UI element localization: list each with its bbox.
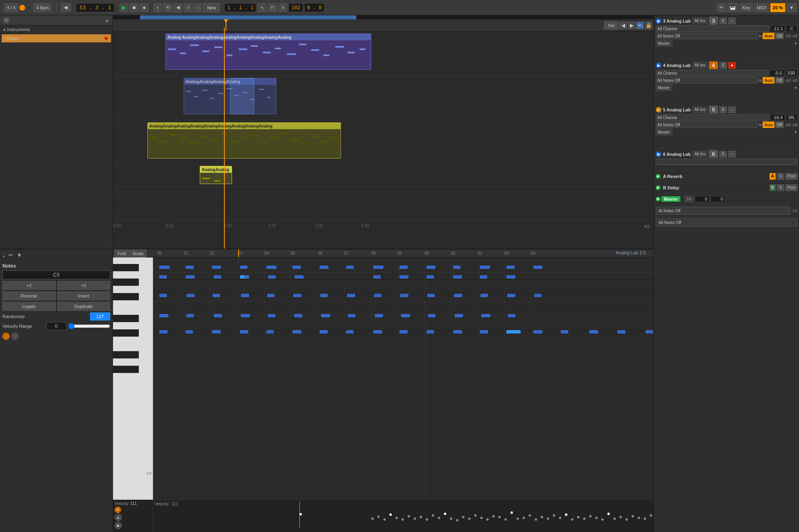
arrangement-scrollbar[interactable] [113, 15, 654, 19]
th-allins-3[interactable]: All Ins [692, 107, 707, 113]
pr-note-c3-13[interactable] [480, 330, 488, 333]
pr-note-140-13[interactable] [481, 314, 490, 317]
pr-note-8[interactable] [346, 266, 353, 269]
pr-note-140-6[interactable] [294, 314, 302, 317]
th-master-val2[interactable]: 0 [711, 196, 725, 202]
th-circle-2[interactable]: ▶ [656, 63, 661, 68]
pr-note-c3-4[interactable] [240, 330, 248, 333]
th-auto-2[interactable]: Auto [763, 77, 774, 84]
th-db-1[interactable]: -11.1 [770, 25, 785, 32]
x2-btn[interactable]: ×2 [57, 281, 111, 290]
th-db-2[interactable]: -0.5 [770, 70, 784, 76]
set-nav-left[interactable]: ◀ [619, 22, 627, 29]
th-allins-1[interactable]: All Ins [692, 18, 707, 24]
pr-note-mid-3[interactable] [213, 294, 220, 297]
tool-circle-btn[interactable]: ○ [194, 3, 203, 12]
pr-note-r2-7[interactable] [373, 275, 381, 279]
th-pan-2[interactable]: 33R [785, 70, 797, 76]
pr-note-r2-2[interactable] [186, 275, 195, 279]
th-off-1[interactable]: Off [775, 33, 784, 39]
loop-mode-btn[interactable]: 4 Bars [33, 3, 52, 12]
pr-note-c3-3[interactable] [212, 330, 221, 333]
th-master-val1[interactable]: 0 [695, 196, 709, 202]
pr-note-r2-12[interactable] [506, 275, 515, 279]
pr-note-c3-10[interactable] [400, 330, 408, 333]
th-circle-delay[interactable]: ▶ [656, 185, 661, 190]
note-icon[interactable]: ♩ [2, 252, 5, 258]
th-s-delay[interactable]: S [777, 184, 784, 191]
pr-note-c3-6[interactable] [293, 330, 301, 333]
th-a-btn[interactable]: A [770, 173, 776, 180]
pr-note-4[interactable] [240, 266, 247, 269]
circle-orange-btn[interactable]: ↓ [2, 333, 10, 340]
pr-note-140-3[interactable] [214, 314, 222, 317]
pr-note-140-12[interactable] [455, 314, 463, 317]
play-btn[interactable]: ▶ [119, 3, 128, 12]
th-s-2[interactable]: S [720, 62, 727, 69]
pr-note-140-9[interactable] [375, 314, 383, 317]
set-nav-right[interactable]: ▶ [628, 22, 635, 29]
pr-note-12[interactable] [453, 266, 460, 269]
pr-note-140-2[interactable] [186, 314, 194, 317]
th-plus-1[interactable]: + [794, 40, 797, 46]
pr-note-140-5[interactable] [268, 314, 275, 317]
new-button[interactable]: New [203, 3, 220, 12]
pr-note-140-4[interactable] [241, 314, 250, 317]
pr-note-c3-bright[interactable] [506, 330, 521, 333]
th-allins-4[interactable]: All Ins [692, 151, 707, 157]
pencil-icon[interactable]: ✏ [8, 252, 13, 258]
pr-note-mid-15[interactable] [534, 294, 542, 297]
pr-note-c3-12[interactable] [453, 330, 462, 333]
scale-btn[interactable]: Scale [130, 249, 146, 258]
th-master-fraction[interactable]: 1/2 [684, 196, 694, 202]
pr-note-mid-7[interactable] [320, 294, 328, 297]
pr-note-r2-8[interactable] [400, 275, 408, 279]
set-pencil-btn[interactable]: ✏ [636, 22, 644, 29]
tool-loop-btn[interactable]: ⟲ [163, 3, 172, 12]
th-plus-2[interactable]: + [794, 84, 797, 91]
pr-note-140-8[interactable] [348, 314, 355, 317]
pr-note-bright-1[interactable] [240, 275, 244, 279]
pr-note-c3-1[interactable] [159, 330, 167, 333]
pr-note-r2-11[interactable] [480, 275, 487, 279]
set-lock-btn[interactable]: 🔒 [645, 22, 652, 29]
close-btn[interactable]: × [3, 17, 10, 23]
vel-circle-play[interactable]: ▶ [115, 522, 122, 529]
reverse-btn[interactable]: Reverse [2, 291, 56, 300]
th-plus-3[interactable]: + [794, 129, 797, 135]
plus2-btn[interactable]: +2 [2, 281, 56, 290]
pr-note-r2-10[interactable] [453, 275, 462, 279]
th-channel-sel-1[interactable]: All Channe [656, 25, 769, 32]
pr-note-c3-2[interactable] [186, 330, 193, 333]
th-channel-sel-3[interactable]: All Channe [656, 114, 769, 121]
pr-notes-area[interactable] [153, 258, 654, 500]
vel-circle-up[interactable]: ▲ [115, 514, 122, 521]
pr-note-c3-14[interactable] [533, 330, 542, 333]
pr-note-r2-5[interactable] [268, 275, 276, 279]
pr-note-15[interactable] [533, 266, 542, 269]
set-btn[interactable]: Set [604, 21, 618, 29]
th-r-2[interactable]: ● [728, 62, 736, 69]
th-channel-sel-4[interactable] [656, 159, 797, 165]
legato-btn[interactable]: Legato [2, 302, 56, 311]
pr-note-9[interactable] [373, 266, 383, 269]
all-notes-off-btn[interactable]: All Notes Off [656, 218, 797, 226]
th-s-3[interactable]: S [720, 107, 727, 113]
pr-note-140-1[interactable] [159, 314, 168, 317]
th-circle-1[interactable]: ▶ [656, 18, 661, 24]
pr-note-r2-9[interactable] [427, 275, 434, 279]
pr-note-mid-9[interactable] [374, 294, 381, 297]
key-btn[interactable]: Key [740, 3, 753, 12]
velocity-range-slider[interactable] [68, 323, 111, 329]
pr-note-140-14[interactable] [508, 314, 515, 317]
pr-note-c3-8[interactable] [346, 330, 353, 333]
pr-note-10[interactable] [400, 266, 408, 269]
pr-note-r2-3[interactable] [214, 275, 221, 279]
pr-note-mid-13[interactable] [481, 294, 488, 297]
th-post-reverb[interactable]: Post [785, 173, 797, 180]
clip-track4-main[interactable]: Analog Analog [200, 166, 232, 184]
th-circle-4[interactable]: ▶ [656, 151, 661, 157]
th-notesoff-3[interactable]: All Notes Off [656, 121, 757, 128]
pr-note-c3-18[interactable] [646, 330, 653, 333]
pr-note-c3-17[interactable] [617, 330, 625, 333]
